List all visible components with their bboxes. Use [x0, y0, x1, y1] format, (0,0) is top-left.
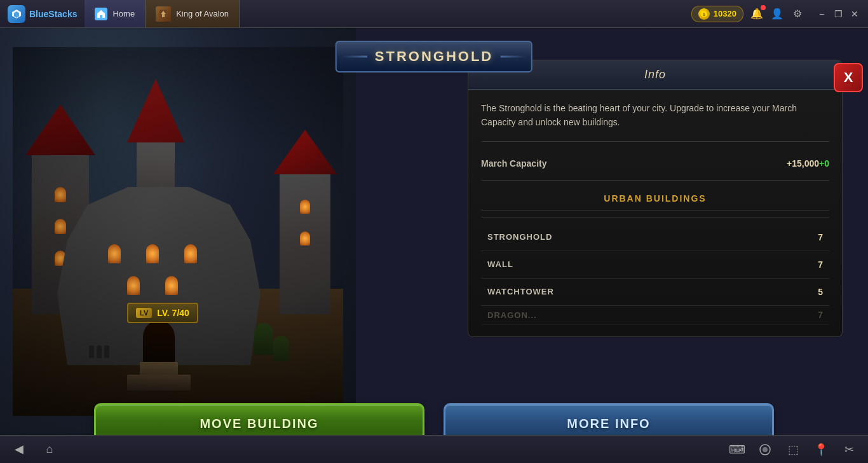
- march-capacity-value: +15,000+0: [787, 158, 829, 169]
- building-name-wall: WALL: [487, 259, 513, 269]
- info-header-text: Info: [644, 68, 666, 81]
- home-tab-icon: [95, 8, 107, 20]
- stronghold-title-text: STRONGHOLD: [375, 48, 493, 64]
- bluestacks-text: BlueStacks: [29, 9, 77, 19]
- bluestacks-icon: [8, 5, 25, 23]
- window: [55, 187, 66, 202]
- minimize-button[interactable]: −: [816, 8, 827, 20]
- game-tab-icon: [156, 6, 171, 22]
- building-row-stronghold: STRONGHOLD 7: [481, 224, 829, 251]
- figure-2: [97, 345, 102, 358]
- window-controls: − ❐ ✕: [816, 8, 860, 20]
- settings-icon[interactable]: ⚙: [790, 7, 804, 21]
- home-tab[interactable]: Home: [85, 0, 146, 27]
- window: [184, 244, 197, 263]
- level-text: LV. 7/40: [157, 308, 189, 318]
- back-icon[interactable]: ◀: [10, 440, 28, 458]
- coin-amount: 10320: [714, 9, 736, 18]
- stronghold-title-box: STRONGHOLD: [336, 41, 532, 73]
- lv-icon: LV: [136, 308, 152, 318]
- tower-right: [280, 168, 330, 314]
- game-area: LV LV. 7/40 STRONGHOLD X Info The Strong…: [0, 28, 868, 463]
- tower-left-roof: [25, 104, 95, 155]
- level-badge: LV LV. 7/40: [127, 303, 198, 323]
- castle-background: LV LV. 7/40: [0, 28, 356, 463]
- building-row-partial: DRAGON... 7: [481, 306, 829, 325]
- castle-body: [57, 187, 261, 365]
- title-bar-left: BlueStacks Home King of Avalon: [0, 0, 240, 27]
- title-bar: BlueStacks Home King of Avalon: [0, 0, 868, 28]
- banner-deco-left: [342, 56, 367, 58]
- march-capacity-label: March Capacity: [481, 158, 546, 169]
- game-tab-label: King of Avalon: [176, 9, 229, 18]
- building-level-partial: 7: [818, 310, 823, 320]
- restore-button[interactable]: ❐: [832, 8, 844, 20]
- close-x-icon: X: [844, 69, 853, 86]
- coin-icon: $: [698, 8, 710, 20]
- window: [300, 232, 310, 245]
- banner-deco-right: [501, 56, 526, 58]
- title-bar-right: $ 10320 🔔 👤 ⚙ − ❐ ✕: [691, 6, 868, 22]
- close-button[interactable]: ✕: [849, 8, 860, 20]
- march-capacity-row: March Capacity +15,000+0: [481, 153, 829, 174]
- tree-1: [254, 323, 273, 355]
- profile-icon[interactable]: 👤: [770, 7, 784, 21]
- window: [55, 219, 66, 234]
- march-bonus-value: +0: [819, 158, 829, 169]
- section-divider-2: [481, 217, 829, 218]
- location-icon[interactable]: 📍: [812, 441, 830, 459]
- character-figures: [89, 345, 109, 358]
- figure-3: [104, 345, 109, 358]
- building-name-partial: DRAGON...: [487, 310, 537, 320]
- castle-scene: [13, 47, 343, 416]
- window: [127, 276, 140, 295]
- entrance-arch: [143, 321, 175, 365]
- tree-2: [273, 336, 289, 361]
- fullscreen-icon[interactable]: ⬚: [784, 441, 802, 459]
- building-name-stronghold: STRONGHOLD: [487, 232, 552, 242]
- urban-buildings-header: URBAN BUILDINGS: [481, 187, 829, 211]
- window: [300, 200, 310, 214]
- notification-dot: [761, 5, 766, 10]
- info-panel: Info The Stronghold is the beating heart…: [468, 60, 843, 337]
- window: [146, 244, 159, 263]
- bluestacks-logo[interactable]: BlueStacks: [0, 5, 85, 23]
- nav-bar: ◀ ⌂: [0, 435, 127, 463]
- svg-text:$: $: [703, 12, 705, 17]
- building-level-stronghold: 7: [818, 232, 823, 242]
- coin-display: $ 10320: [691, 6, 743, 22]
- home-taskbar-icon[interactable]: ⌂: [41, 440, 58, 458]
- center-spire-roof: [127, 79, 184, 142]
- building-level-watchtower: 5: [818, 287, 823, 297]
- castle-path: [127, 375, 191, 390]
- window: [108, 244, 121, 263]
- camera-icon[interactable]: [756, 441, 774, 459]
- march-base-value: +15,000: [787, 158, 819, 169]
- section-divider-1: [481, 180, 829, 181]
- figure-1: [89, 345, 94, 358]
- keyboard-icon[interactable]: ⌨: [728, 441, 746, 459]
- taskbar: ◀ ⌂ ⌨ ⬚ 📍 ✂: [0, 435, 868, 463]
- home-tab-label: Home: [112, 9, 135, 18]
- window: [165, 276, 178, 295]
- tower-right-roof: [273, 130, 337, 174]
- scissors-icon[interactable]: ✂: [840, 441, 858, 459]
- stronghold-banner: STRONGHOLD: [336, 41, 532, 73]
- info-description: The Stronghold is the beating heart of y…: [481, 101, 829, 142]
- building-row-wall: WALL 7: [481, 251, 829, 279]
- game-tab[interactable]: King of Avalon: [146, 0, 240, 27]
- building-name-watchtower: WATCHTOWER: [487, 287, 554, 296]
- svg-point-6: [763, 447, 768, 452]
- building-row-watchtower: WATCHTOWER 5: [481, 279, 829, 306]
- info-body: The Stronghold is the beating heart of y…: [468, 90, 842, 336]
- panel-close-button[interactable]: X: [834, 63, 863, 92]
- building-level-wall: 7: [818, 259, 823, 270]
- notification-bell[interactable]: 🔔: [750, 7, 764, 21]
